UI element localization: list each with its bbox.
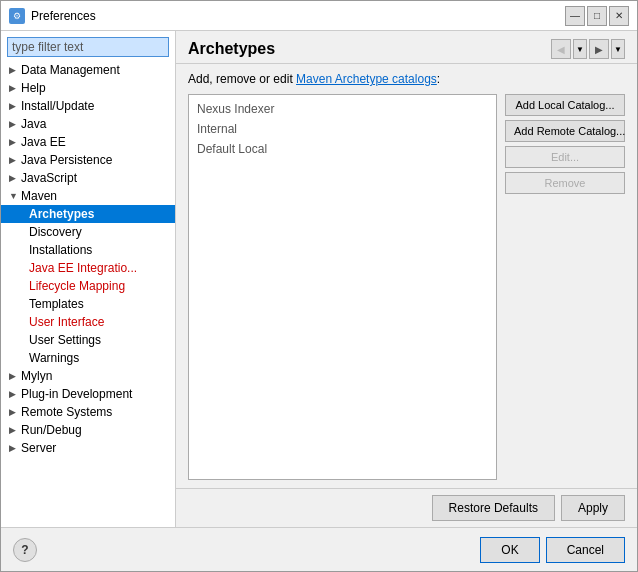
sidebar-item-label: Maven [21,189,57,203]
chevron-right-icon: ▶ [9,371,21,381]
desc-suffix: : [437,72,440,86]
sidebar-item-run-debug[interactable]: ▶ Run/Debug [1,421,175,439]
desc-prefix: Add, remove or edit [188,72,296,86]
catalog-item-nexus[interactable]: Nexus Indexer [189,99,496,119]
nav-back-button[interactable]: ◀ [551,39,571,59]
catalog-buttons: Add Local Catalog... Add Remote Catalog.… [505,94,625,480]
sidebar-item-label: JavaScript [21,171,77,185]
chevron-right-icon: ▶ [9,155,21,165]
chevron-right-icon: ▶ [9,173,21,183]
close-button[interactable]: ✕ [609,6,629,26]
sidebar-item-warnings[interactable]: Warnings [1,349,175,367]
chevron-down-icon: ▼ [9,191,21,201]
sidebar-item-label: Plug-in Development [21,387,132,401]
add-remote-catalog-button[interactable]: Add Remote Catalog... [505,120,625,142]
panel-header: Archetypes ◀ ▼ ▶ ▼ [176,31,637,64]
window-title: Preferences [31,9,565,23]
chevron-right-icon: ▶ [9,443,21,453]
chevron-right-icon: ▶ [9,101,21,111]
preferences-window: ⚙ Preferences — □ ✕ ▶ Data Management ▶ … [0,0,638,572]
sidebar-item-java-ee[interactable]: ▶ Java EE [1,133,175,151]
sidebar-child-label: Templates [29,297,84,311]
sidebar-child-label: User Settings [29,333,101,347]
sidebar-item-javascript[interactable]: ▶ JavaScript [1,169,175,187]
sidebar-item-server[interactable]: ▶ Server [1,439,175,457]
sidebar-item-data-management[interactable]: ▶ Data Management [1,61,175,79]
panel-description: Add, remove or edit Maven Archetype cata… [188,72,625,86]
titlebar-controls: — □ ✕ [565,6,629,26]
catalog-list[interactable]: Nexus Indexer Internal Default Local [188,94,497,480]
chevron-right-icon: ▶ [9,65,21,75]
sidebar-item-label: Java Persistence [21,153,112,167]
sidebar-item-label: Install/Update [21,99,94,113]
panel-body: Add, remove or edit Maven Archetype cata… [176,64,637,488]
sidebar-item-label: Remote Systems [21,405,112,419]
titlebar: ⚙ Preferences — □ ✕ [1,1,637,31]
minimize-button[interactable]: — [565,6,585,26]
sidebar-item-label: Mylyn [21,369,52,383]
nav-back-dropdown[interactable]: ▼ [573,39,587,59]
sidebar-child-label: Discovery [29,225,82,239]
sidebar-item-help[interactable]: ▶ Help [1,79,175,97]
cancel-button[interactable]: Cancel [546,537,625,563]
catalog-item-internal[interactable]: Internal [189,119,496,139]
nav-forward-dropdown[interactable]: ▼ [611,39,625,59]
nav-forward-button[interactable]: ▶ [589,39,609,59]
sidebar-child-label: User Interface [29,315,104,329]
sidebar-item-user-interface[interactable]: User Interface [1,313,175,331]
help-button[interactable]: ? [13,538,37,562]
nav-arrows: ◀ ▼ ▶ ▼ [551,39,625,59]
sidebar-child-label: Warnings [29,351,79,365]
sidebar-child-label: Lifecycle Mapping [29,279,125,293]
panel-footer: Restore Defaults Apply [176,488,637,527]
sidebar-item-label: Java EE [21,135,66,149]
chevron-right-icon: ▶ [9,83,21,93]
chevron-right-icon: ▶ [9,425,21,435]
sidebar-item-label: Run/Debug [21,423,82,437]
sidebar-child-label: Archetypes [29,207,94,221]
panel-title: Archetypes [188,40,275,58]
sidebar-item-java-ee-integration[interactable]: Java EE Integratio... [1,259,175,277]
sidebar-item-templates[interactable]: Templates [1,295,175,313]
sidebar-item-java[interactable]: ▶ Java [1,115,175,133]
filter-input[interactable] [7,37,169,57]
sidebar-child-label: Java EE Integratio... [29,261,137,275]
sidebar-child-label: Installations [29,243,92,257]
sidebar-item-lifecycle-mapping[interactable]: Lifecycle Mapping [1,277,175,295]
sidebar-item-discovery[interactable]: Discovery [1,223,175,241]
sidebar-item-label: Java [21,117,46,131]
chevron-right-icon: ▶ [9,389,21,399]
sidebar: ▶ Data Management ▶ Help ▶ Install/Updat… [1,31,176,527]
sidebar-item-installations[interactable]: Installations [1,241,175,259]
sidebar-item-label: Server [21,441,56,455]
sidebar-item-plugin-development[interactable]: ▶ Plug-in Development [1,385,175,403]
sidebar-item-maven[interactable]: ▼ Maven [1,187,175,205]
sidebar-item-label: Data Management [21,63,120,77]
sidebar-item-label: Help [21,81,46,95]
main-content: ▶ Data Management ▶ Help ▶ Install/Updat… [1,31,637,527]
remove-button[interactable]: Remove [505,172,625,194]
dialog-actions: OK Cancel [480,537,625,563]
sidebar-item-mylyn[interactable]: ▶ Mylyn [1,367,175,385]
sidebar-item-install-update[interactable]: ▶ Install/Update [1,97,175,115]
archetype-catalogs-link[interactable]: Maven Archetype catalogs [296,72,437,86]
dialog-footer: ? OK Cancel [1,527,637,571]
catalog-area: Nexus Indexer Internal Default Local Add… [188,94,625,480]
tree-container: ▶ Data Management ▶ Help ▶ Install/Updat… [1,61,175,527]
add-local-catalog-button[interactable]: Add Local Catalog... [505,94,625,116]
right-panel: Archetypes ◀ ▼ ▶ ▼ Add, remove or edit M… [176,31,637,527]
chevron-right-icon: ▶ [9,137,21,147]
window-icon: ⚙ [9,8,25,24]
sidebar-item-user-settings[interactable]: User Settings [1,331,175,349]
sidebar-item-remote-systems[interactable]: ▶ Remote Systems [1,403,175,421]
catalog-item-default-local[interactable]: Default Local [189,139,496,159]
sidebar-item-java-persistence[interactable]: ▶ Java Persistence [1,151,175,169]
ok-button[interactable]: OK [480,537,539,563]
chevron-right-icon: ▶ [9,119,21,129]
edit-button[interactable]: Edit... [505,146,625,168]
apply-button[interactable]: Apply [561,495,625,521]
restore-defaults-button[interactable]: Restore Defaults [432,495,555,521]
chevron-right-icon: ▶ [9,407,21,417]
maximize-button[interactable]: □ [587,6,607,26]
sidebar-item-archetypes[interactable]: Archetypes [1,205,175,223]
